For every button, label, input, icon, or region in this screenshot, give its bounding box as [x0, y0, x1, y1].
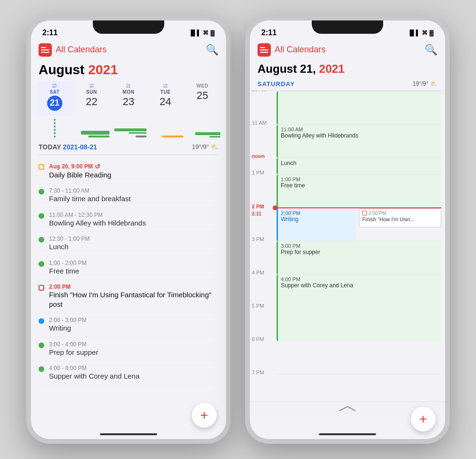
activity-bars	[31, 116, 226, 139]
event-item-bible[interactable]: Aug 20, 9:00 PM ↺ Daily Bible Reading	[39, 159, 218, 184]
timeline-scroll[interactable]: 10 AM 11 AM 11:00 AM Bowling Alley with …	[250, 91, 445, 439]
day-cell-sun[interactable]: ☑ SUN 22	[74, 81, 110, 116]
check-tue: ☑	[163, 83, 168, 88]
event-item-bowling[interactable]: 11:00 AM - 12:30 PM Bowling Alley with H…	[39, 208, 218, 232]
signal-icon: ▐▌▌	[189, 29, 201, 36]
label-2pm: 2 PM	[252, 204, 264, 209]
block-freetime-title: Free time	[281, 182, 438, 189]
status-time-right: 2:11	[261, 29, 277, 37]
hour-6pm: 6 PM	[277, 341, 441, 374]
block-writing-title: Writing	[281, 216, 353, 223]
header-title-right: All Calendars	[275, 45, 326, 55]
today-label: TODAY 2021-08-21	[39, 143, 97, 151]
content-bowling: 11:00 AM - 12:30 PM Bowling Alley with H…	[49, 212, 218, 228]
hour-2pm: 2 PM 2:11 2:00 PM Writing	[277, 207, 441, 241]
event-item-lunch[interactable]: 12:30 - 1:00 PM Lunch	[39, 232, 218, 256]
event-item-writing[interactable]: 2:00 - 3:00 PM Writing	[39, 313, 218, 337]
day-weather-temp: 19°/9°	[413, 80, 428, 87]
day-name: SATURDAY	[258, 80, 295, 88]
day-label-sun: SUN	[86, 89, 97, 95]
add-event-fab-right[interactable]: +	[411, 407, 436, 431]
block-writing-time: 2:00 PM	[281, 210, 353, 216]
today-row: TODAY 2021-08-21 19°/9° ⛅	[31, 141, 226, 155]
day-cell-tue[interactable]: ☑ TUE 24	[148, 81, 184, 116]
swipe-chevron-icon	[338, 405, 357, 412]
add-event-fab-left[interactable]: +	[192, 403, 217, 428]
weather-icon-left: ⛅	[211, 143, 218, 150]
current-time-label: 2:11	[252, 211, 261, 216]
wifi-icon: ⌘	[203, 29, 208, 36]
day-cell-wed[interactable]: WED 25	[184, 81, 220, 116]
label-1pm: 1 PM	[252, 170, 264, 176]
menu-icon-right[interactable]	[258, 43, 271, 57]
notch-right	[312, 20, 383, 34]
home-indicator-left	[100, 433, 157, 435]
block-writing[interactable]: 2:00 PM Writing	[277, 208, 356, 242]
event-item-prep[interactable]: 3:00 - 4:00 PM Prep for supper	[39, 337, 218, 361]
day-cell-sat[interactable]: ☑ SAT 21	[37, 81, 73, 116]
block-freetime-time: 1:00 PM	[281, 176, 438, 182]
hour-11am: 11 AM 11:00 AM Bowling Alley with Hildeb…	[277, 124, 441, 157]
day-label-mon: MON	[123, 89, 135, 95]
hour-10am: 10 AM	[277, 91, 441, 124]
dot-bowling	[39, 213, 44, 219]
day-separator	[39, 155, 218, 155]
check-mon: ☑	[126, 83, 130, 88]
check-sat: ☑	[52, 83, 57, 88]
menu-icon[interactable]	[39, 43, 52, 57]
day-date-title: August 21, 2021	[258, 62, 437, 76]
header-title-left: All Calendars	[56, 45, 107, 55]
block-supper[interactable]: 4:00 PM Supper with Corey and Lena	[277, 274, 441, 341]
block-finish-post[interactable]: 2:00 PM Finish "How I'm Usin...	[359, 208, 441, 227]
weather-left: 19°/9° ⛅	[192, 143, 218, 150]
day-weather: 19°/9° ⛅	[413, 80, 437, 87]
block-post-title: Finish "How I'm Usin...	[362, 216, 438, 222]
day-view-header: August 21, 2021	[250, 60, 445, 78]
title-freetime: Free time	[49, 266, 218, 276]
event-item-supper[interactable]: 4:00 - 8:00 PM Supper with Corey and Len…	[39, 361, 218, 385]
month-year: 2021	[88, 62, 118, 77]
day-label-sat: SAT	[50, 89, 60, 95]
search-icon-right[interactable]: 🔍	[425, 44, 437, 56]
block-lunch[interactable]: Lunch	[277, 158, 441, 175]
event-item-post[interactable]: 2:00 PM Finish "How I'm Using Fantastica…	[39, 280, 218, 313]
day-label-wed: WED	[197, 83, 208, 88]
event-item-freetime[interactable]: 1:00 - 2:00 PM Free time	[39, 256, 218, 280]
day-cell-mon[interactable]: ☑ MON 23	[110, 81, 147, 116]
time-bible: Aug 20, 9:00 PM ↺	[49, 163, 218, 170]
signal-icon-right: ▐▌▌	[408, 29, 420, 36]
month-name: August	[39, 62, 84, 77]
hour-4pm: 4 PM 4:00 PM Supper with Corey and Lena	[277, 274, 441, 307]
label-4pm: 4 PM	[252, 270, 264, 275]
block-prep[interactable]: 3:00 PM Prep for supper	[277, 241, 441, 274]
day-subheader: SATURDAY 19°/9° ⛅	[250, 78, 445, 91]
dot-prep	[39, 342, 44, 348]
home-indicator-right	[319, 433, 376, 435]
dot-bible	[39, 164, 44, 170]
timeline-area: 10 AM 11 AM 11:00 AM Bowling Alley with …	[250, 91, 445, 439]
dot-lunch	[39, 237, 44, 243]
wifi-icon-right: ⌘	[422, 29, 427, 36]
content-freetime: 1:00 - 2:00 PM Free time	[49, 260, 218, 276]
block-prep-title: Prep for supper	[281, 249, 438, 255]
day-weather-icon: ⛅	[430, 80, 437, 87]
header-left-right: All Calendars	[258, 43, 326, 57]
content-writing: 2:00 - 3:00 PM Writing	[49, 317, 218, 333]
hour-3pm: 3 PM 3:00 PM Prep for supper	[277, 241, 441, 274]
title-bowling: Bowling Alley with Hildebrands	[49, 218, 218, 228]
title-lunch: Lunch	[49, 242, 218, 252]
block-10am-green[interactable]	[277, 91, 441, 125]
date-year-portion: 2021	[319, 62, 344, 75]
event-item-family[interactable]: 7:30 - 11:00 AM Family time and breakfas…	[39, 184, 218, 208]
search-icon-left[interactable]: 🔍	[206, 44, 218, 56]
block-bowling[interactable]: 11:00 AM Bowling Alley with Hildebrands	[277, 125, 441, 158]
time-family: 7:30 - 11:00 AM	[49, 187, 218, 194]
block-post-time: 2:00 PM	[368, 211, 386, 216]
dot-writing	[39, 318, 44, 324]
week-strip: ☑ SAT 21 ☑ SUN 22 ☑ MON 23 ☑ TUE 24	[31, 81, 226, 116]
title-prep: Prep for supper	[49, 348, 218, 357]
content-prep: 3:00 - 4:00 PM Prep for supper	[49, 341, 218, 357]
title-bible: Daily Bible Reading	[49, 170, 218, 180]
block-freetime[interactable]: 1:00 PM Free time	[277, 175, 441, 208]
dot-post	[39, 285, 44, 291]
